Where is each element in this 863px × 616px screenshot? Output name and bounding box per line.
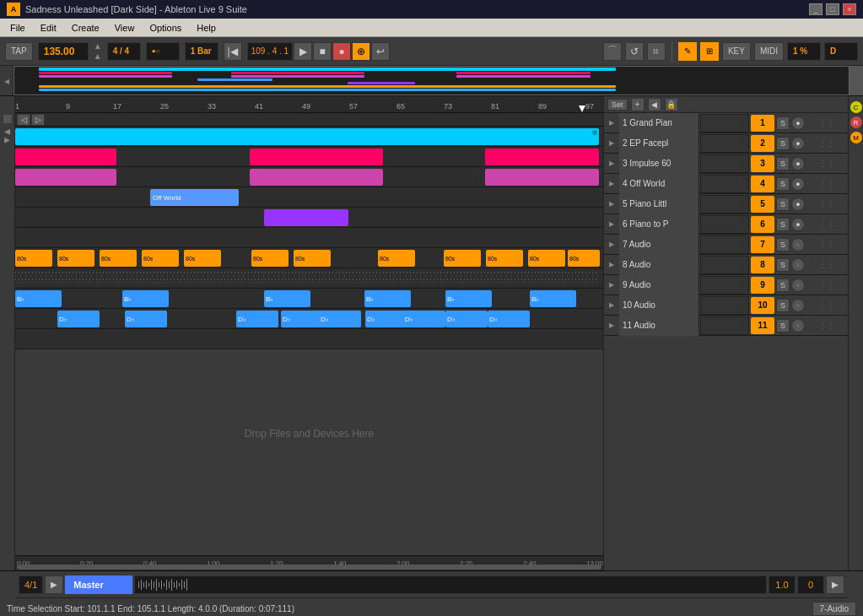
clip-5-1[interactable]: [264, 209, 348, 226]
track-s-6[interactable]: S: [776, 218, 790, 231]
tap-button[interactable]: TAP: [5, 42, 33, 61]
record-button[interactable]: ●: [332, 42, 351, 61]
clip-9-3[interactable]: B♭: [264, 290, 310, 307]
track-s-1[interactable]: S: [776, 116, 790, 130]
track-play-6[interactable]: ▶: [604, 214, 619, 235]
track-play-5[interactable]: ▶: [604, 194, 619, 214]
clip-7-2[interactable]: 80s: [57, 250, 94, 267]
menu-view[interactable]: View: [108, 21, 142, 35]
maximize-button[interactable]: □: [826, 3, 839, 15]
overview-scrollbar[interactable]: [850, 66, 863, 95]
clip-7-4[interactable]: 80s: [142, 250, 179, 267]
track-clip-slot-10[interactable]: [700, 296, 749, 315]
clip-7-8[interactable]: 80s: [378, 250, 415, 267]
set-label[interactable]: Set: [607, 99, 628, 111]
clip-7-11[interactable]: 80s: [528, 250, 565, 267]
track-s-3[interactable]: S: [776, 157, 790, 170]
clip-7-10[interactable]: 80s: [486, 250, 523, 267]
track-clip-slot-3[interactable]: [700, 154, 749, 173]
track-mute-7[interactable]: ●: [791, 238, 805, 251]
collapse-tracks-button[interactable]: [3, 115, 12, 123]
clip-7-3[interactable]: 80s: [100, 250, 137, 267]
clip-7-1[interactable]: 80s: [15, 250, 52, 267]
clip-10-8[interactable]: D♭: [445, 311, 488, 327]
clip-9-2[interactable]: B♭: [122, 290, 169, 307]
track-s-9[interactable]: S: [776, 278, 790, 292]
pencil-mode-button[interactable]: ✎: [678, 42, 697, 61]
bpm-display[interactable]: 135.00: [38, 42, 89, 61]
track-play-11[interactable]: ▶: [604, 316, 619, 336]
track-play-10[interactable]: ▶: [604, 295, 619, 316]
track-clip-slot-4[interactable]: [700, 175, 749, 193]
back-to-start-button[interactable]: |◀: [224, 42, 242, 61]
track-play-2[interactable]: ▶: [604, 133, 619, 154]
clip-2-1[interactable]: [15, 149, 116, 165]
track-mute-9[interactable]: ●: [791, 278, 805, 292]
close-button[interactable]: ×: [843, 3, 856, 15]
track-mute-1[interactable]: ●: [791, 116, 805, 130]
midi-button[interactable]: MIDI: [754, 42, 784, 61]
track-play-4[interactable]: ▶: [604, 174, 619, 194]
track-mute-11[interactable]: ●: [791, 319, 805, 332]
track-clip-slot-11[interactable]: [700, 316, 749, 335]
clip-3-2[interactable]: [250, 169, 383, 186]
clip-10-9[interactable]: D♭: [488, 311, 530, 327]
clip-7-9[interactable]: 80s: [444, 250, 481, 267]
track-clip-slot-7[interactable]: [700, 235, 749, 254]
clip-9-6[interactable]: B♭: [530, 290, 576, 307]
track-mute-10[interactable]: ●: [791, 299, 805, 312]
clip-10-5[interactable]: D♭: [319, 311, 361, 327]
clip-7-12[interactable]: 80s: [568, 250, 600, 267]
side-btn-c[interactable]: C: [850, 101, 862, 113]
track-mute-2[interactable]: ●: [791, 137, 805, 150]
clip-9-5[interactable]: B♭: [445, 290, 492, 307]
play-button[interactable]: ▶: [294, 42, 312, 61]
collapse-button[interactable]: ◂: [0, 66, 13, 95]
clip-2-2[interactable]: [250, 149, 383, 165]
menu-options[interactable]: Options: [143, 21, 188, 35]
track-play-1[interactable]: ▶: [604, 113, 619, 133]
forward-btn[interactable]: ▷: [31, 114, 45, 126]
set-arrow-left-button[interactable]: ◀: [648, 98, 661, 111]
side-btn-r[interactable]: R: [850, 116, 862, 128]
minimize-button[interactable]: _: [809, 3, 823, 15]
track-play-8[interactable]: ▶: [604, 255, 619, 275]
clip-10-6[interactable]: D♭: [365, 311, 407, 327]
clip-10-4[interactable]: D♭: [281, 311, 323, 327]
menu-file[interactable]: File: [3, 21, 32, 35]
menu-edit[interactable]: Edit: [34, 21, 63, 35]
track-play-7[interactable]: ▶: [604, 235, 619, 255]
track-clip-slot-5[interactable]: [700, 195, 749, 213]
master-pan-display[interactable]: 0: [797, 575, 824, 594]
back-button[interactable]: ↩: [371, 42, 390, 61]
time-sig-display[interactable]: 4 / 4: [107, 42, 141, 61]
track-mute-8[interactable]: ●: [791, 258, 805, 272]
clip-4-1[interactable]: Off World: [150, 189, 239, 206]
clip-3-1[interactable]: [15, 169, 116, 186]
track-play-9[interactable]: ▶: [604, 275, 619, 295]
track-s-7[interactable]: S: [776, 238, 790, 251]
back-btn[interactable]: ◁: [17, 114, 30, 126]
clip-7-5[interactable]: 80s: [184, 250, 221, 267]
clip-7-7[interactable]: 80s: [294, 250, 331, 267]
master-play-button[interactable]: ▶: [45, 575, 63, 594]
track-play-3[interactable]: ▶: [604, 154, 619, 174]
track-s-10[interactable]: S: [776, 299, 790, 312]
track-clip-slot-2[interactable]: [700, 134, 749, 153]
track-mute-5[interactable]: ●: [791, 197, 805, 211]
stop-button[interactable]: ■: [313, 42, 332, 61]
clip-2-3[interactable]: [485, 149, 599, 165]
track-s-4[interactable]: S: [776, 177, 790, 191]
bar-display[interactable]: 1 Bar: [185, 42, 218, 61]
track-clip-slot-8[interactable]: [700, 256, 749, 274]
clip-9-4[interactable]: B♭: [364, 290, 411, 307]
master-vol-display[interactable]: 1.0: [769, 575, 796, 594]
clip-3-3[interactable]: [485, 169, 599, 186]
master-scroll-right[interactable]: ▶: [826, 575, 844, 594]
track-mute-4[interactable]: ●: [791, 177, 805, 191]
overdub-button[interactable]: ⊕: [352, 42, 370, 61]
clip-10-1[interactable]: D♭: [57, 311, 100, 327]
track-mute-3[interactable]: ●: [791, 157, 805, 170]
side-btn-m[interactable]: M: [850, 132, 862, 143]
overview-canvas[interactable]: [13, 66, 850, 95]
